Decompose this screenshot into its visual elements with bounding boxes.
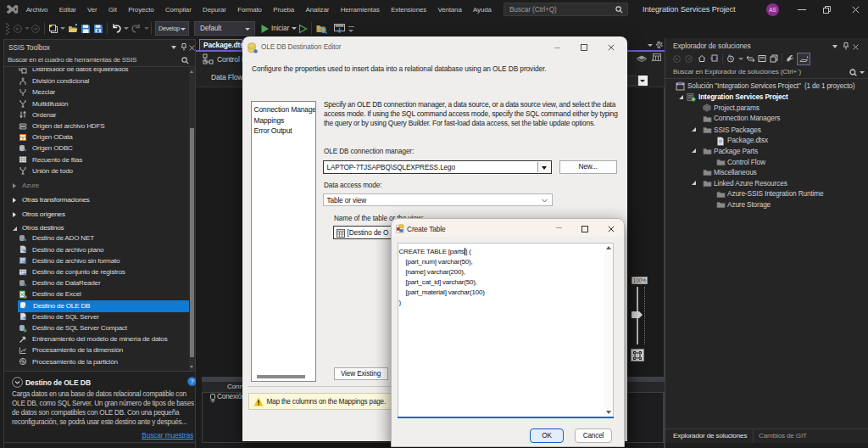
svg-text:?: ? [190,378,193,385]
